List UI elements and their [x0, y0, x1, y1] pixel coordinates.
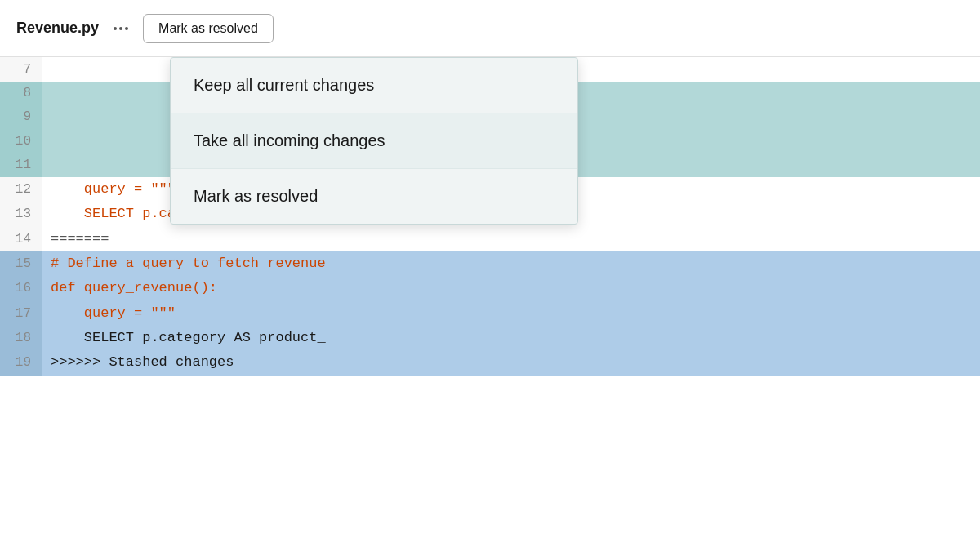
- table-row: 15 # Define a query to fetch revenue: [0, 251, 980, 276]
- line-code: query = """: [42, 301, 980, 326]
- line-code: =======: [42, 227, 980, 251]
- line-code: SELECT p.category AS product_: [42, 326, 980, 350]
- line-number: 15: [0, 251, 42, 276]
- line-number: 9: [0, 105, 42, 129]
- table-row: 14 =======: [0, 227, 980, 251]
- dot-icon: [119, 27, 122, 30]
- line-number: 17: [0, 301, 42, 326]
- line-number: 19: [0, 350, 42, 375]
- conflict-dropdown-menu: Keep all current changes Take all incomi…: [170, 57, 578, 225]
- table-row: 19 >>>>>> Stashed changes: [0, 350, 980, 375]
- take-incoming-changes-item[interactable]: Take all incoming changes: [171, 113, 577, 169]
- line-number: 10: [0, 129, 42, 153]
- dots-menu-button[interactable]: [109, 24, 133, 33]
- mark-as-resolved-button[interactable]: Mark as resolved: [143, 14, 274, 43]
- line-code: # Define a query to fetch revenue: [42, 251, 980, 276]
- line-number: 16: [0, 276, 42, 300]
- header-bar: Revenue.py Mark as resolved: [0, 0, 980, 57]
- line-number: 8: [0, 82, 42, 105]
- code-area: Keep all current changes Take all incomi…: [0, 57, 980, 547]
- table-row: 17 query = """: [0, 301, 980, 326]
- line-code: >>>>>> Stashed changes: [42, 350, 980, 375]
- line-number: 7: [0, 57, 42, 82]
- table-row: 18 SELECT p.category AS product_: [0, 326, 980, 350]
- table-row: 16 def query_revenue():: [0, 276, 980, 300]
- line-number: 11: [0, 153, 42, 177]
- line-number: 12: [0, 177, 42, 202]
- line-code: def query_revenue():: [42, 276, 980, 300]
- editor-container: Revenue.py Mark as resolved Keep all cur…: [0, 0, 980, 547]
- line-number: 13: [0, 202, 42, 226]
- dot-icon: [114, 27, 117, 30]
- line-number: 18: [0, 326, 42, 350]
- keep-current-changes-item[interactable]: Keep all current changes: [171, 58, 577, 113]
- mark-resolved-item[interactable]: Mark as resolved: [171, 169, 577, 224]
- file-name: Revenue.py: [16, 20, 99, 37]
- dot-icon: [125, 27, 128, 30]
- line-number: 14: [0, 227, 42, 251]
